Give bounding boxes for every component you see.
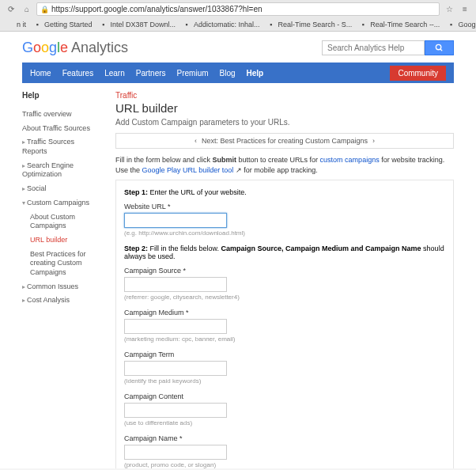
bookmark-item[interactable]: ▪Google Insights for ... — [446, 20, 476, 29]
bookmark-favicon — [5, 20, 14, 29]
bookmark-item[interactable]: ▪Getting Started — [32, 20, 93, 29]
sidebar-item[interactable]: ▾Custom Campaigns — [22, 196, 101, 210]
bookmark-favicon: ▪ — [446, 20, 455, 29]
chevron-left-icon[interactable]: ‹ — [195, 137, 197, 145]
sidebar: Help Traffic overviewAbout Traffic Sourc… — [22, 91, 101, 468]
field-hint: (referrer: google, citysearch, newslette… — [124, 294, 445, 301]
field-hint: (e.g. http://www.urchin.com/download.htm… — [124, 229, 445, 237]
field-hint: (identify the paid keywords) — [124, 377, 445, 385]
intro-text: Fill in the form below and click Submit … — [115, 155, 454, 175]
bookmark-favicon: ▪ — [32, 20, 42, 29]
browser-chrome: ⟳ ⌂ 🔒 https://support.google.com/analyti… — [0, 0, 476, 32]
field-input-2[interactable] — [124, 319, 227, 334]
search-icon — [435, 44, 444, 52]
caret-right-icon: ▸ — [22, 162, 25, 169]
bookmark-star-icon[interactable]: ☆ — [443, 3, 455, 16]
field-input-0[interactable] — [124, 213, 227, 228]
bookmark-favicon: ▪ — [182, 20, 191, 29]
bookmark-item[interactable]: ▪Real-Time Search --... — [358, 20, 440, 29]
search-button[interactable] — [425, 40, 454, 55]
field-label: Campaign Medium * — [124, 309, 445, 316]
menu-icon[interactable]: ≡ — [459, 3, 471, 16]
link-custom-campaigns[interactable]: custom campaigns — [320, 156, 380, 164]
nav-link[interactable]: Blog — [220, 69, 236, 78]
bookmarks-bar: n it▪Getting Started▪Intel DX38T Downl..… — [0, 18, 476, 31]
sidebar-title: Help — [22, 91, 101, 100]
bookmark-favicon: ▪ — [99, 20, 108, 29]
field-hint: (marketing medium: cpc, banner, email) — [124, 335, 445, 343]
breadcrumb[interactable]: Traffic — [115, 91, 454, 100]
bookmark-item[interactable]: ▪Intel DX38T Downl... — [99, 20, 176, 29]
nav-link[interactable]: Features — [62, 69, 93, 78]
field-hint: (product, promo code, or slogan) — [124, 461, 445, 468]
next-article-bar[interactable]: ‹ Next: Best Practices for creating Cust… — [115, 133, 454, 149]
nav-link[interactable]: Premium — [177, 69, 209, 78]
field-input-4[interactable] — [124, 403, 227, 418]
field-label: Campaign Name * — [124, 434, 445, 442]
field-input-3[interactable] — [124, 361, 227, 376]
nav-link[interactable]: Help — [247, 69, 264, 78]
caret-right-icon: ▸ — [22, 185, 25, 192]
sidebar-item[interactable]: URL builder — [22, 233, 101, 248]
page-title: URL builder — [115, 101, 454, 115]
sidebar-item[interactable]: Traffic overview — [22, 108, 101, 122]
caret-down-icon: ▾ — [22, 199, 25, 207]
field-hint: (use to differentiate ads) — [124, 419, 445, 426]
community-button[interactable]: Community — [390, 66, 446, 81]
caret-right-icon: ▸ — [22, 297, 25, 304]
bookmark-favicon: ▪ — [358, 20, 368, 29]
bookmark-favicon: ▪ — [266, 20, 275, 29]
lock-icon: 🔒 — [40, 6, 49, 13]
page-subtitle: Add Custom Campaign parameters to your U… — [115, 118, 454, 127]
field-label: Website URL * — [124, 203, 445, 210]
url-builder-form: Step 1: Enter the URL of your website. W… — [115, 180, 454, 468]
svg-point-0 — [436, 44, 440, 49]
nav-link[interactable]: Learn — [104, 69, 125, 78]
reload-icon[interactable]: ⟳ — [5, 3, 17, 16]
link-play-url-builder[interactable]: Google Play URL builder tool — [142, 166, 234, 174]
field-label: Campaign Term — [124, 351, 445, 358]
svg-line-1 — [440, 49, 442, 51]
field-label: Campaign Source * — [124, 267, 445, 275]
nav-link[interactable]: Partners — [136, 69, 166, 78]
field-label: Campaign Content — [124, 392, 445, 400]
field-input-5[interactable] — [124, 445, 227, 460]
url-text: https://support.google.com/analytics/ans… — [51, 5, 263, 13]
sidebar-item[interactable]: Best Practices for creating Custom Campa… — [22, 248, 101, 280]
sidebar-item[interactable]: ▸Cost Analysis — [22, 294, 101, 308]
chevron-right-icon[interactable]: › — [372, 137, 375, 145]
bookmark-item[interactable]: n it — [5, 20, 26, 29]
search-input[interactable] — [322, 40, 425, 55]
url-bar[interactable]: 🔒 https://support.google.com/analytics/a… — [36, 2, 440, 16]
main-nav: HomeFeaturesLearnPartnersPremiumBlogHelp… — [22, 63, 454, 83]
sidebar-item[interactable]: About Traffic Sources — [22, 122, 101, 136]
sidebar-item[interactable]: ▸Search Engine Optimization — [22, 159, 101, 182]
caret-right-icon: ▸ — [22, 283, 25, 290]
home-icon[interactable]: ⌂ — [21, 3, 33, 16]
sidebar-item[interactable]: ▸Traffic Sources Reports — [22, 135, 101, 158]
sidebar-item[interactable]: ▸Social — [22, 182, 101, 196]
bookmark-item[interactable]: ▪Addictomatic: Inhal... — [182, 20, 260, 29]
logo[interactable]: Google Analytics — [22, 40, 128, 56]
sidebar-item[interactable]: About Custom Campaigns — [22, 210, 101, 233]
bookmark-item[interactable]: ▪Real-Time Search - S... — [266, 20, 352, 29]
sidebar-item[interactable]: ▸Common Issues — [22, 280, 101, 294]
nav-link[interactable]: Home — [30, 69, 51, 78]
field-input-1[interactable] — [124, 277, 227, 292]
caret-right-icon: ▸ — [22, 138, 25, 146]
